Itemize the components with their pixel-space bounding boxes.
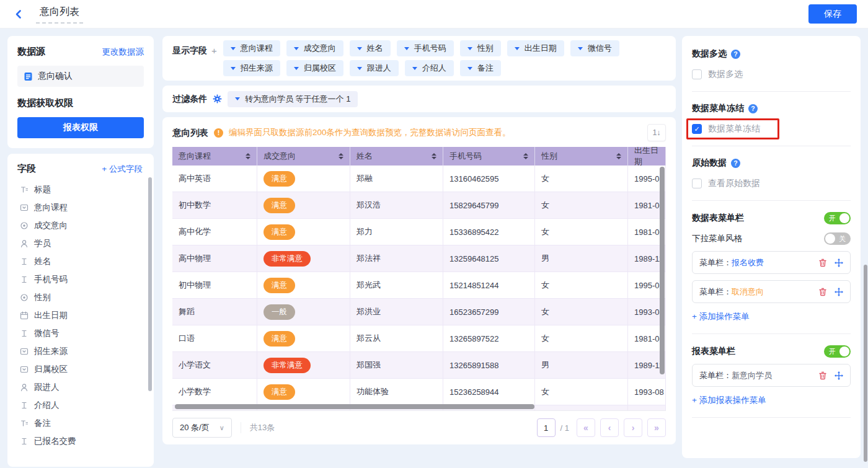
- checkbox-unchecked[interactable]: [692, 69, 702, 79]
- sort-arrows-icon: [523, 153, 528, 159]
- cell-gender: 女: [541, 200, 549, 211]
- field-item-wechat[interactable]: 微信号: [17, 327, 146, 340]
- table-horizontal-scrollbar[interactable]: [175, 404, 534, 409]
- field-item-title[interactable]: 标题: [17, 183, 146, 196]
- chevron-down-icon: [231, 67, 236, 70]
- preview-notice: 编辑界面只取数据源前200条作为查询数据预览，完整数据请访问页面查看。: [229, 127, 642, 138]
- field-item-birthday[interactable]: 出生日期: [17, 309, 146, 322]
- field-chip[interactable]: 备注: [460, 60, 501, 76]
- cell-gender: 女: [541, 306, 549, 317]
- main-panel: 显示字段 + 意向课程 成交意向 姓名 手机号码 性别 出生日期 微信号 招生来…: [162, 36, 676, 444]
- sort-order-button[interactable]: 1↓: [647, 124, 666, 141]
- column-header-gender[interactable]: 性别: [535, 147, 628, 166]
- field-chip[interactable]: 手机号码: [397, 40, 454, 56]
- menu-item-card: 菜单栏： 取消意向: [692, 280, 851, 303]
- help-icon[interactable]: ?: [748, 104, 758, 113]
- filter-chip[interactable]: 转为意向学员 等于任意一个 1: [228, 91, 358, 107]
- change-datasource-link[interactable]: 更改数据源: [102, 46, 144, 58]
- help-icon[interactable]: ?: [731, 50, 740, 59]
- menu-item-value[interactable]: 报名收费: [732, 257, 764, 268]
- field-chip[interactable]: 姓名: [350, 40, 391, 56]
- move-icon[interactable]: [835, 288, 843, 296]
- field-chip[interactable]: 性别: [460, 40, 501, 56]
- sort-arrows-icon: [246, 153, 250, 159]
- menu-item-value[interactable]: 取消意向: [732, 286, 764, 298]
- help-icon[interactable]: ?: [731, 159, 740, 168]
- add-display-field-button[interactable]: +: [211, 45, 217, 56]
- table-vertical-scrollbar[interactable]: [660, 167, 665, 374]
- column-header-intent[interactable]: 成交意向: [257, 147, 350, 166]
- prev-page-button[interactable]: ‹: [600, 418, 619, 437]
- field-item-referrer[interactable]: 介绍人: [17, 399, 146, 412]
- dropdown-style-toggle[interactable]: 关: [824, 232, 851, 245]
- field-chip[interactable]: 跟进人: [350, 60, 399, 76]
- chip-label: 归属校区: [304, 63, 336, 74]
- add-action-menu-link[interactable]: + 添加操作菜单: [692, 311, 750, 322]
- datasource-item[interactable]: 意向确认: [17, 66, 144, 87]
- back-button[interactable]: [11, 7, 26, 22]
- field-chip[interactable]: 介绍人: [405, 60, 454, 76]
- page-number-input[interactable]: 1: [537, 418, 556, 437]
- field-item-deal-intent[interactable]: 成交意向: [17, 219, 146, 232]
- column-header-phone[interactable]: 手机号码: [443, 147, 535, 166]
- chevron-down-icon: [235, 97, 240, 100]
- cell-gender: 女: [541, 173, 549, 184]
- window-scrollbar[interactable]: [864, 265, 867, 462]
- field-chip[interactable]: 微信号: [570, 40, 619, 56]
- menu-item-value[interactable]: 新意向学员: [732, 370, 772, 381]
- field-chip[interactable]: 招生来源: [223, 60, 280, 76]
- gear-icon[interactable]: [213, 94, 222, 104]
- multi-select-checkbox-row[interactable]: 数据多选: [692, 69, 743, 80]
- field-chip[interactable]: 出生日期: [507, 40, 564, 56]
- page-size-select[interactable]: 20 条/页 ∨: [172, 418, 232, 438]
- field-item-intent-course[interactable]: 意向课程: [17, 201, 146, 214]
- cell-gender: 男: [541, 253, 549, 264]
- field-item-remark[interactable]: 备注: [17, 417, 146, 430]
- field-item-source[interactable]: 招生来源: [17, 345, 146, 358]
- move-icon[interactable]: [835, 258, 843, 267]
- table-menu-toggle[interactable]: 开: [824, 212, 851, 224]
- page-title[interactable]: 意向列表: [36, 4, 83, 24]
- move-icon[interactable]: [835, 371, 843, 380]
- section-title: 数据菜单冻结: [692, 103, 744, 114]
- field-item-label: 介绍人: [34, 400, 60, 411]
- next-page-button[interactable]: ›: [624, 418, 642, 437]
- save-button[interactable]: 保存: [808, 4, 857, 24]
- field-item-phone[interactable]: 手机号码: [17, 273, 146, 286]
- chevron-down-icon: [412, 67, 417, 70]
- delete-icon[interactable]: [818, 371, 827, 380]
- menu-freeze-checkbox-row[interactable]: ✓ 数据菜单冻结: [692, 123, 760, 135]
- add-report-menu-link[interactable]: + 添加报表操作菜单: [692, 395, 766, 406]
- toggle-knob: [839, 347, 849, 356]
- select-icon: [20, 203, 29, 212]
- column-header-name[interactable]: 姓名: [350, 147, 443, 166]
- field-item-campus[interactable]: 归属校区: [17, 363, 146, 376]
- raw-data-checkbox-row[interactable]: 查看原始数据: [692, 178, 760, 189]
- column-header-course[interactable]: 意向课程: [172, 147, 257, 166]
- field-item-student[interactable]: 学员: [17, 237, 146, 250]
- field-item-follower[interactable]: 跟进人: [17, 381, 146, 394]
- report-permission-button[interactable]: 报表权限: [17, 117, 144, 138]
- field-chip[interactable]: 意向课程: [223, 40, 280, 56]
- report-menu-toggle[interactable]: 开: [824, 345, 851, 358]
- field-chip[interactable]: 归属校区: [286, 60, 343, 76]
- title-icon: [20, 419, 29, 428]
- filter-chip-label: 转为意向学员 等于任意一个 1: [245, 94, 350, 105]
- field-list-scrollbar[interactable]: [148, 177, 152, 391]
- add-formula-field-link[interactable]: + 公式字段: [102, 164, 143, 175]
- delete-icon[interactable]: [818, 288, 827, 296]
- topbar: 意向列表 保存: [0, 0, 868, 29]
- checkbox-checked[interactable]: ✓: [692, 124, 702, 134]
- last-page-button[interactable]: »: [647, 418, 666, 437]
- menu-item-prefix: 菜单栏：: [699, 286, 732, 298]
- first-page-button[interactable]: «: [577, 418, 595, 437]
- field-item-gender[interactable]: 性别: [17, 291, 146, 304]
- field-chip[interactable]: 成交意向: [286, 40, 343, 56]
- field-item-paid[interactable]: 已报名交费: [17, 435, 146, 448]
- checkbox-unchecked[interactable]: [692, 179, 702, 188]
- field-item-name[interactable]: 姓名: [17, 255, 146, 268]
- delete-icon[interactable]: [818, 258, 827, 267]
- column-header-birth[interactable]: 出生日期: [628, 147, 666, 166]
- field-item-label: 招生来源: [34, 346, 68, 357]
- settings-panel: 数据多选 ? 数据多选 数据菜单冻结 ? ✓ 数据菜单冻结 原始数据 ? 查看原…: [682, 36, 861, 458]
